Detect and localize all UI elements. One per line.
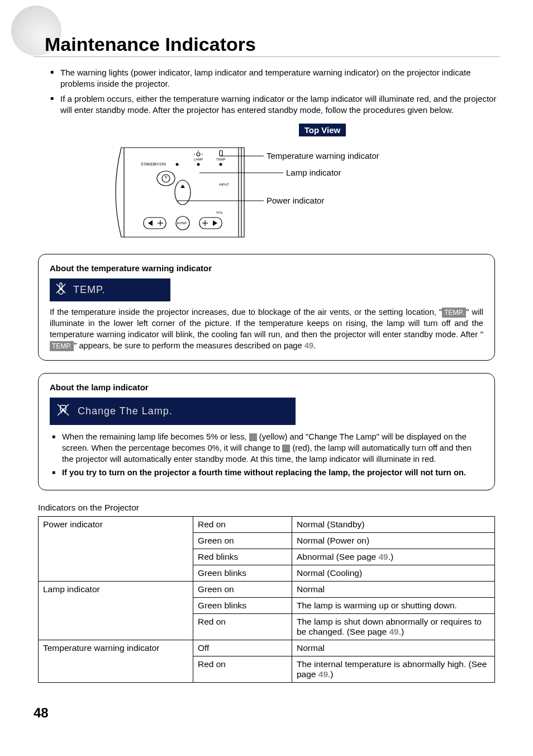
- intro-item-text: If a problem occurs, either the temperat…: [60, 94, 496, 115]
- text-fragment: .): [328, 669, 333, 679]
- table-cell: Red on: [193, 516, 292, 532]
- svg-rect-20: [220, 150, 222, 156]
- table-row: Lamp indicator Green on Normal: [39, 581, 495, 597]
- table-row: Temperature warning indicator Off Normal: [39, 640, 495, 656]
- text-fragment: Abnormal (See page: [297, 552, 378, 561]
- svg-point-19: [197, 163, 200, 166]
- temp-inline-badge: TEMP.: [442, 308, 466, 318]
- svg-point-21: [220, 163, 222, 166]
- table-cell: Abnormal (See page 49.): [292, 549, 495, 565]
- lamp-bullet-item: When the remaining lamp life becomes 5% …: [50, 432, 483, 465]
- intro-item: The warning lights (power indicator, lam…: [50, 67, 499, 90]
- callout-temp-indicator: Temperature warning indicator: [266, 151, 379, 160]
- table-cell: Normal (Standby): [292, 516, 495, 532]
- page-reference: 49: [304, 341, 313, 350]
- panel-standby-label: STANDBY/ON: [141, 162, 166, 166]
- callout-power-indicator: Power indicator: [266, 196, 324, 205]
- page-reference: 49: [318, 669, 328, 679]
- page-number: 48: [34, 705, 499, 721]
- table-cell: Normal: [292, 640, 495, 656]
- table-row: Power indicator Red on Normal (Standby): [39, 516, 495, 532]
- indicators-table: Power indicator Red on Normal (Standby) …: [38, 516, 495, 683]
- table-cell: Lamp indicator: [39, 581, 193, 640]
- panel-lamp-label: LAMP: [194, 158, 203, 161]
- table-cell: Green blinks: [193, 597, 292, 613]
- thermometer-icon: [54, 282, 68, 298]
- table-cell: Normal: [292, 581, 495, 597]
- lamp-bullet-item: If you try to turn on the projector a fo…: [50, 467, 483, 479]
- text-fragment: " appears, be sure to perform the measur…: [74, 341, 304, 350]
- table-cell: Red blinks: [193, 549, 292, 565]
- text-fragment: .): [399, 627, 404, 636]
- temp-osd-banner: TEMP.: [50, 278, 170, 301]
- callout-lamp-indicator: Lamp indicator: [286, 168, 341, 177]
- lamp-section-heading: About the lamp indicator: [50, 382, 483, 392]
- table-cell: Normal (Power on): [292, 532, 495, 549]
- title-underline: [34, 56, 499, 57]
- panel-input-label: INPUT: [219, 183, 229, 186]
- table-cell: Off: [193, 640, 292, 656]
- table-cell: The internal temperature is abnormally h…: [292, 656, 495, 682]
- lamp-red-icon: [282, 445, 290, 452]
- lamp-bold-warning: If you try to turn on the projector a fo…: [62, 468, 466, 477]
- page-title: Maintenance Indicators: [45, 34, 499, 55]
- lamp-osd-text: Change The Lamp.: [78, 405, 173, 417]
- table-cell: Power indicator: [39, 516, 193, 581]
- text-fragment: (yellow): [259, 432, 288, 441]
- table-caption: Indicators on the Projector: [38, 503, 495, 513]
- page-reference: 49: [389, 627, 398, 636]
- intro-item: If a problem occurs, either the temperat…: [50, 93, 499, 116]
- text-fragment: When the remaining lamp life becomes 5% …: [62, 432, 249, 441]
- table-cell: Red on: [193, 656, 292, 682]
- table-cell: Normal (Cooling): [292, 565, 495, 581]
- text-fragment: If the temperature inside the projector …: [50, 308, 442, 316]
- table-cell: Green on: [193, 581, 292, 597]
- lamp-indicator-section: About the lamp indicator Change The Lamp…: [38, 373, 495, 490]
- lamp-yellow-icon: [249, 433, 257, 441]
- text-fragment: .: [313, 341, 316, 350]
- table-cell: The lamp is warming up or shutting down.: [292, 597, 495, 613]
- svg-point-6: [176, 163, 179, 166]
- table-cell: Green blinks: [193, 565, 292, 581]
- temp-warning-section: About the temperature warning indicator …: [38, 254, 495, 361]
- text-fragment: (red): [292, 443, 310, 452]
- table-cell: Green on: [193, 532, 292, 549]
- temp-section-heading: About the temperature warning indicator: [50, 263, 483, 273]
- temp-inline-badge: TEMP.: [50, 341, 74, 351]
- lamp-osd-banner: Change The Lamp.: [50, 398, 296, 425]
- page-reference: 49: [378, 552, 388, 561]
- text-fragment: .): [388, 552, 393, 561]
- topview-diagram: STANDBY/ON LAMP TEMP INPUT VOL ENTER Tem…: [34, 142, 499, 243]
- panel-temp-label: TEMP: [216, 158, 226, 161]
- panel-vol-label: VOL: [216, 211, 223, 214]
- table-cell: Temperature warning indicator: [39, 640, 193, 682]
- intro-item-text: The warning lights (power indicator, lam…: [60, 68, 471, 88]
- panel-enter-label: ENTER: [177, 221, 187, 225]
- lamp-bullet-list: When the remaining lamp life becomes 5% …: [50, 432, 483, 478]
- temp-osd-text: TEMP.: [73, 284, 106, 296]
- lamp-icon: [55, 402, 71, 420]
- table-cell: The lamp is shut down abnormally or requ…: [292, 613, 495, 640]
- table-cell: Red on: [193, 613, 292, 640]
- temp-section-body: If the temperature inside the projector …: [50, 307, 483, 351]
- svg-point-15: [197, 153, 200, 156]
- intro-list: The warning lights (power indicator, lam…: [50, 67, 499, 116]
- topview-label: Top View: [299, 124, 346, 136]
